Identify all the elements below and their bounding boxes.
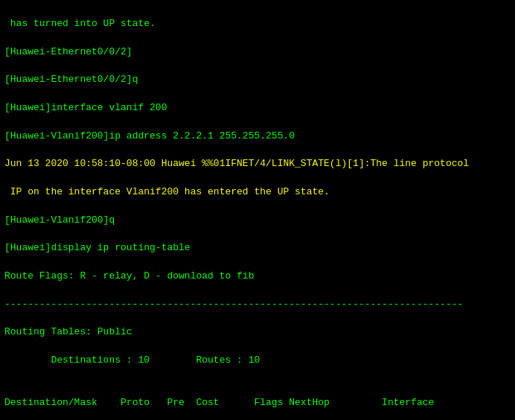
terminal-line-3: [Huawei]interface vlanif 200 [4,101,511,115]
terminal-line-1: [Huawei-Ethernet0/0/2] [4,45,511,60]
terminal-line-4: [Huawei-Vlanif200]ip address 2.2.2.1 255… [4,130,511,144]
terminal-line-14: Destination/Mask Proto Pre Cost Flags Ne… [4,396,511,410]
terminal-line-2: [Huawei-Ethernet0/0/2]q [4,73,511,87]
terminal-line-9: Route Flags: R - relay, D - download to … [4,270,511,284]
terminal-line-11: Routing Tables: Public [4,325,511,340]
terminal-line-12: Destinations : 10 Routes : 10 [4,354,511,368]
terminal-line-10: ----------------------------------------… [4,298,511,312]
terminal-line-7: [Huawei-Vlanif200]q [4,214,511,228]
terminal-line-6: IP on the interface Vlanif200 has entere… [4,185,511,200]
terminal-line-5: Jun 13 2020 10:58:10-08:00 Huawei %%01IF… [4,157,511,171]
terminal-line-8: [Huawei]display ip routing-table [4,241,511,255]
terminal-line-0: has turned into UP state. [4,17,511,31]
terminal-window[interactable]: has turned into UP state. [Huawei-Ethern… [0,0,515,420]
